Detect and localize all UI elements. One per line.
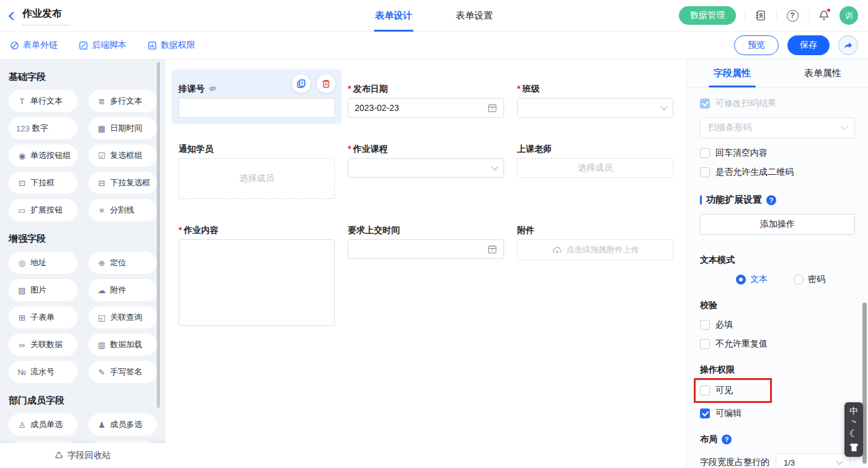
back-icon[interactable]: [9, 11, 17, 20]
add-action-button[interactable]: 添加操作: [700, 214, 855, 235]
field-schedule-no[interactable]: 排课号: [172, 69, 342, 124]
field-pill[interactable]: ☑ 复选框组: [89, 144, 157, 167]
field-pill[interactable]: 123 数字: [9, 117, 78, 139]
form-external-link-label: 表单外链: [23, 40, 58, 51]
page-scrollbar[interactable]: [862, 302, 867, 464]
field-pill-icon: ♙: [16, 420, 28, 430]
save-button[interactable]: 保存: [787, 35, 830, 55]
field-pill[interactable]: ≣ 多行文本: [89, 90, 157, 112]
content-textarea[interactable]: [179, 239, 335, 326]
field-pill[interactable]: ◉ 单选按钮组: [9, 144, 78, 167]
field-notify-students[interactable]: 通知学员 选择成员: [179, 130, 335, 199]
required-star: *: [517, 82, 520, 95]
field-pill[interactable]: ☁ 附件: [89, 279, 157, 301]
required-checkbox[interactable]: [700, 320, 710, 330]
field-pill[interactable]: T 单行文本: [9, 90, 78, 112]
teacher-picker[interactable]: 选择成员: [517, 158, 673, 178]
scan-result-checkbox[interactable]: [700, 99, 710, 108]
no-duplicate-checkbox[interactable]: [700, 339, 710, 349]
preview-button[interactable]: 预览: [734, 35, 779, 55]
notification-bell-icon[interactable]: [817, 9, 831, 22]
divider: [808, 11, 808, 20]
field-pill-label: 子表单: [30, 312, 55, 323]
tab-form-properties[interactable]: 表单属性: [777, 60, 868, 87]
course-select[interactable]: [348, 158, 504, 178]
deadline-input[interactable]: 7: [348, 239, 504, 259]
field-width-select[interactable]: 1/3: [776, 453, 850, 468]
share-button[interactable]: [838, 35, 858, 55]
field-label: 通知学员: [179, 143, 213, 155]
class-select[interactable]: [517, 98, 673, 118]
picker-placeholder: 选择成员: [578, 162, 613, 174]
field-course[interactable]: *作业课程: [348, 130, 504, 199]
field-pill[interactable]: ≡ 分割线: [89, 199, 157, 221]
field-pill[interactable]: ▥ 数据加载: [89, 333, 157, 356]
field-pill[interactable]: ▦ 日期时间: [89, 117, 157, 139]
field-pill[interactable]: № 流水号: [9, 361, 78, 383]
divider: [745, 11, 745, 20]
backend-script-link[interactable]: 后端脚本: [79, 40, 126, 51]
radio-text[interactable]: 文本: [736, 274, 768, 285]
field-pill[interactable]: ◱ 关联查询: [89, 306, 157, 329]
field-pill[interactable]: ⊞ 子表单: [9, 306, 78, 329]
field-class[interactable]: *班级: [517, 69, 673, 118]
avatar[interactable]: 训: [839, 6, 858, 25]
language-toggle[interactable]: 中: [849, 407, 858, 415]
field-pill[interactable]: ♟ 成员多选: [89, 413, 157, 436]
field-pill[interactable]: ▭ 扩展按钮: [9, 199, 78, 221]
field-pill-label: 附件: [110, 285, 126, 296]
field-teacher[interactable]: 上课老师 选择成员: [517, 130, 673, 199]
delete-field-button[interactable]: [317, 74, 335, 93]
data-manage-button[interactable]: 数据管理: [679, 6, 736, 25]
field-pill[interactable]: ♙ 成员单选: [9, 413, 78, 436]
visible-label: 可见: [715, 385, 733, 396]
tab-field-properties[interactable]: 字段属性: [687, 60, 777, 87]
theme-shirt-icon[interactable]: [849, 443, 859, 451]
dark-mode-moon-icon[interactable]: ☾: [849, 429, 858, 439]
required-star: *: [348, 143, 351, 155]
scan-mode-select[interactable]: 扫描条形码: [700, 117, 855, 138]
language-switch-icon[interactable]: ↷: [851, 420, 856, 425]
field-label: 要求上交时间: [348, 224, 400, 236]
tab-form-design[interactable]: 表单设计: [375, 0, 412, 32]
publish-date-input[interactable]: 2023-02-23 7: [348, 98, 504, 118]
field-deadline[interactable]: 要求上交时间 7: [348, 211, 504, 326]
form-title[interactable]: 作业发布: [22, 6, 69, 25]
address-book-icon[interactable]: [754, 9, 768, 22]
field-pill[interactable]: ∞ 关联数据: [9, 333, 78, 356]
field-recycle-bin[interactable]: ♺ 字段回收站: [0, 443, 166, 468]
field-pill[interactable]: ⊟ 下拉复选框: [89, 172, 157, 194]
help-badge-icon[interactable]: ?: [722, 435, 732, 444]
radio-text-control: [736, 275, 746, 285]
tab-form-settings[interactable]: 表单设置: [456, 0, 493, 32]
radio-password[interactable]: 密码: [794, 274, 825, 285]
field-content[interactable]: *作业内容: [179, 211, 335, 326]
visible-checkbox[interactable]: [700, 386, 710, 395]
copy-field-button[interactable]: [292, 74, 311, 93]
attachment-upload[interactable]: 点击或拖拽附件上传: [517, 239, 673, 260]
field-pill[interactable]: ⊕ 定位: [89, 252, 157, 274]
allow-qr-checkbox[interactable]: [700, 167, 710, 177]
schedule-no-input[interactable]: [179, 98, 335, 118]
section-title-basic: 基础字段: [0, 71, 166, 83]
field-pill[interactable]: ◎ 地址: [9, 252, 78, 274]
field-publish-date[interactable]: *发布日期 2023-02-23 7: [348, 69, 504, 118]
editable-checkbox[interactable]: [700, 408, 710, 418]
ext-settings-title: 功能扩展设置: [706, 194, 762, 206]
field-pill-icon: ✎: [96, 368, 108, 377]
help-badge-icon[interactable]: ?: [766, 195, 776, 205]
field-pill-label: 成员多选: [110, 419, 143, 430]
field-pill[interactable]: ▧ 图片: [9, 279, 78, 301]
form-canvas: 排课号: [166, 60, 686, 468]
calendar-icon: 7: [487, 103, 497, 113]
form-external-link[interactable]: 表单外链: [10, 40, 58, 51]
field-pill[interactable]: ✎ 手写签名: [89, 361, 157, 383]
field-attachment[interactable]: 附件 点击或拖拽附件上传: [517, 211, 673, 326]
app-window: 作业发布 表单设计 表单设置 数据管理 ?: [0, 0, 868, 468]
data-permission-link[interactable]: 数据权限: [148, 40, 195, 51]
sidebar-scrollbar[interactable]: [157, 62, 160, 408]
help-icon[interactable]: ?: [786, 9, 799, 22]
enter-clear-checkbox[interactable]: [700, 148, 710, 158]
field-pill[interactable]: ⊡ 下拉框: [9, 172, 78, 194]
notify-students-picker[interactable]: 选择成员: [179, 158, 335, 199]
